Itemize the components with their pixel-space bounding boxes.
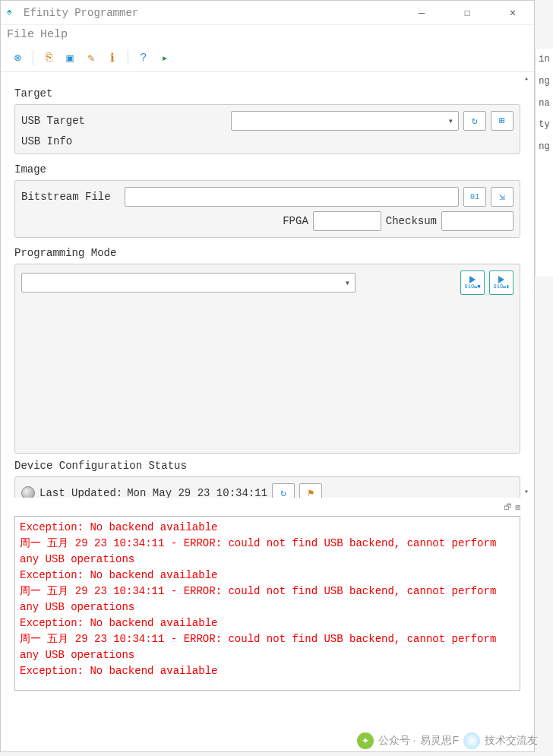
prog-mode-combo[interactable]: [21, 273, 356, 293]
menu-file[interactable]: File: [7, 28, 34, 41]
scroll-track[interactable]: [520, 84, 532, 486]
target-panel: USB Target ↻ ⊞ USB Info: [14, 104, 520, 154]
wechat-icon: ✦: [357, 732, 374, 749]
dev-status-label: Device Configuration Status: [14, 460, 520, 472]
fpga-input[interactable]: [313, 211, 381, 231]
usb-target-label: USB Target: [21, 115, 97, 127]
scroll-up-icon[interactable]: ▴: [520, 72, 532, 84]
bitstream-select-button[interactable]: 01: [463, 187, 486, 207]
toolbar-chip-icon[interactable]: ▣: [61, 49, 79, 67]
toolbar: ⊗ ⎘ ▣ ✎ ℹ ? ▸: [1, 44, 534, 72]
scroll-down-icon[interactable]: ▾: [520, 486, 532, 498]
separator: [128, 50, 128, 65]
usb-info-label: USB Info: [21, 135, 72, 147]
minimize-button[interactable]: —: [406, 2, 437, 24]
side-text: ng: [536, 71, 553, 93]
prog-mode-panel: 010▬■ 010▬▮: [14, 264, 520, 454]
checksum-input[interactable]: [441, 211, 514, 231]
image-panel: Bitstream File 01 ⇲ FPGA Checksum: [14, 180, 520, 238]
fpga-label: FPGA: [283, 215, 308, 227]
toolbar-cancel-icon[interactable]: ⊗: [8, 49, 27, 67]
bitstream-label: Bitstream File: [21, 191, 120, 203]
log-line: 周一 五月 29 23 10:34:11 - ERROR: could not …: [20, 631, 515, 663]
last-updated-value: Mon May 29 23 10:34:11: [127, 487, 267, 498]
log-line: Exception: No backend available: [20, 520, 515, 536]
toolbar-run-icon[interactable]: ▸: [156, 49, 174, 67]
window-title: Efinity Programmer: [24, 7, 406, 19]
status-indicator-icon: [21, 486, 35, 498]
toolbar-device-icon[interactable]: ⎘: [40, 49, 58, 67]
status-config-button[interactable]: ⚑: [299, 483, 322, 498]
checksum-label: Checksum: [386, 215, 437, 227]
log-restore-icon[interactable]: 🗗: [504, 502, 512, 512]
toolbar-edit-icon[interactable]: ✎: [82, 49, 100, 67]
log-close-icon[interactable]: ⊠: [515, 502, 520, 512]
watermark-logo-icon: [463, 730, 480, 751]
last-updated-label: Last Updated:: [40, 487, 122, 498]
side-strip: inngnatyng: [535, 49, 553, 277]
side-text: in: [536, 49, 553, 71]
image-label: Image: [14, 163, 520, 176]
menubar: File Help: [1, 25, 534, 44]
titlebar: ⬘ Efinity Programmer — ☐ ✕: [1, 1, 534, 25]
log-line: Exception: No backend available: [20, 663, 515, 679]
main-content: Target USB Target ↻ ⊞ USB Info Image Bit…: [1, 72, 534, 498]
target-label: Target: [14, 87, 520, 100]
watermark-name: 易灵思F: [420, 734, 459, 748]
usb-tree-button[interactable]: ⊞: [491, 111, 514, 131]
close-button[interactable]: ✕: [498, 2, 528, 24]
refresh-usb-button[interactable]: ↻: [463, 111, 486, 131]
log-line: 周一 五月 29 23 10:34:11 - ERROR: could not …: [20, 584, 515, 615]
log-line: 周一 五月 29 23 10:34:11 - ERROR: could not …: [20, 536, 515, 568]
program-chain-button[interactable]: 010▬▮: [489, 270, 514, 295]
separator: [33, 50, 33, 65]
window-controls: — ☐ ✕: [406, 2, 528, 24]
usb-target-combo[interactable]: [231, 111, 459, 131]
content-scrollbar[interactable]: ▴ ▾: [520, 72, 532, 498]
bitstream-input[interactable]: [125, 187, 459, 207]
app-icon: ⬘: [7, 7, 19, 19]
toolbar-help-icon[interactable]: ?: [134, 49, 153, 67]
log-line: Exception: No backend available: [20, 615, 515, 631]
status-refresh-button[interactable]: ↻: [272, 483, 295, 498]
watermark: ✦ 公众号 · 易灵思F 技术交流友: [357, 730, 538, 751]
log-toolbar: 🗗 ⊠: [1, 498, 534, 516]
program-run-button[interactable]: 010▬■: [460, 270, 485, 295]
side-text: na: [536, 93, 553, 115]
maximize-button[interactable]: ☐: [452, 2, 482, 24]
status-panel: Last Updated: Mon May 29 23 10:34:11 ↻ ⚑: [14, 476, 520, 498]
watermark-suffix: 技术交流友: [485, 734, 538, 748]
menu-help[interactable]: Help: [40, 28, 68, 41]
side-text: ng: [536, 136, 553, 158]
watermark-prefix: 公众号 ·: [378, 734, 416, 748]
bitstream-browse-button[interactable]: ⇲: [491, 187, 514, 207]
toolbar-info-icon[interactable]: ℹ: [103, 49, 122, 67]
app-window: ⬘ Efinity Programmer — ☐ ✕ File Help ⊗ ⎘…: [0, 0, 535, 752]
side-text: ty: [536, 114, 553, 136]
log-line: Exception: No backend available: [20, 568, 515, 584]
prog-mode-label: Programming Mode: [14, 247, 520, 259]
log-output[interactable]: Exception: No backend available周一 五月 29 …: [14, 516, 520, 691]
